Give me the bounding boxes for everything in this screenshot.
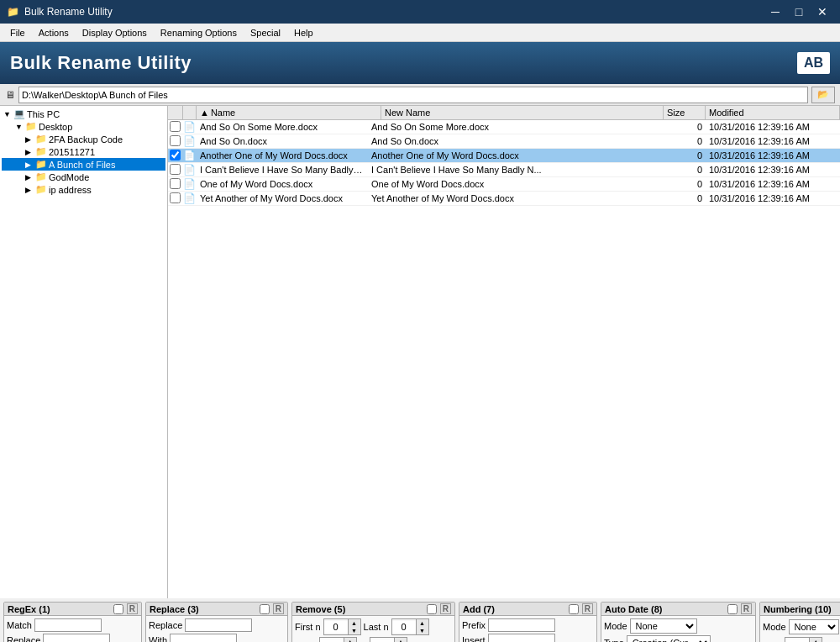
add-checkbox[interactable]	[569, 604, 579, 614]
file-new-name: And So On Some More.docx	[368, 120, 664, 134]
file-check[interactable]	[168, 178, 183, 191]
panel-regex-title: RegEx (1)	[8, 604, 50, 614]
table-row[interactable]: 📄 And So On Some More.docx And So On Som…	[168, 120, 840, 134]
tree-item-ipaddress[interactable]: ▶ 📁 ip address	[2, 183, 165, 196]
remove-to-spin: ▲ ▼	[370, 637, 407, 642]
title-bar: 📁 Bulk Rename Utility ─ □ ✕	[0, 0, 840, 24]
tree-item-2fa[interactable]: ▶ 📁 2FA Backup Code	[2, 133, 165, 145]
menu-help[interactable]: Help	[287, 26, 320, 39]
file-orig-name: And So On Some More.docx	[197, 120, 368, 134]
panel-add-title: Add (7)	[463, 604, 495, 614]
file-orig-name: One of My Word Docs.docx	[197, 177, 368, 191]
remove-lastn-label: Last n	[364, 622, 389, 632]
maximize-button[interactable]: □	[788, 3, 810, 20]
tree-item-desktop[interactable]: ▼ 📁 Desktop	[2, 120, 165, 133]
numbering-mode-row: Mode None at ▲ ▼	[763, 618, 840, 635]
menu-special[interactable]: Special	[244, 26, 287, 39]
remove-lastn-down[interactable]: ▼	[417, 627, 428, 634]
tree-item-godmode[interactable]: ▶ 📁 GodMode	[2, 171, 165, 183]
replace-checkbox[interactable]	[260, 604, 270, 614]
table-row[interactable]: 📄 Another One of My Word Docs.docx Anoth…	[168, 149, 840, 163]
autodate-mode-select[interactable]: None	[630, 618, 697, 634]
menu-actions[interactable]: Actions	[32, 26, 76, 39]
autodate-r-btn[interactable]: R	[741, 603, 752, 614]
regex-checkbox[interactable]	[113, 604, 123, 614]
file-check[interactable]	[168, 150, 183, 162]
file-icon: 📄	[183, 192, 197, 204]
minimize-button[interactable]: ─	[764, 3, 786, 20]
remove-from-spin: ▲ ▼	[319, 637, 357, 642]
tree-label-201511271: 201511271	[49, 147, 95, 157]
tree-item-thispc[interactable]: ▼ 💻 This PC	[2, 108, 165, 120]
panel-regex-header: RegEx (1) R	[4, 603, 141, 616]
remove-firstn-up[interactable]: ▲	[349, 619, 360, 627]
replace-with-input[interactable]	[170, 634, 237, 642]
file-list: ▲ Name New Name Size Modified 📄 And So O…	[168, 106, 840, 598]
file-tree: ▼ 💻 This PC ▼ 📁 Desktop ▶ 📁 2FA Backup C…	[0, 106, 168, 598]
regex-match-input[interactable]	[34, 618, 102, 632]
remove-firstn-down[interactable]: ▼	[349, 627, 360, 634]
browse-button[interactable]: 📂	[811, 87, 835, 103]
panel-regex-controls: R	[113, 603, 138, 614]
regex-r-btn[interactable]: R	[127, 603, 138, 614]
table-row[interactable]: 📄 I Can't Believe I Have So Many Badly N…	[168, 163, 840, 177]
remove-lastn-up[interactable]: ▲	[417, 619, 428, 627]
numbering-start-arrows: ▲ ▼	[809, 638, 822, 642]
autodate-type-select[interactable]: Creation (Cur...	[627, 635, 711, 642]
numbering-start-up[interactable]: ▲	[810, 638, 822, 642]
menu-file[interactable]: File	[3, 26, 32, 39]
panel-numbering-title: Numbering (10)	[764, 604, 832, 614]
table-row[interactable]: 📄 Yet Another of My Word Docs.docx Yet A…	[168, 192, 840, 206]
app-icon: 📁	[7, 6, 19, 18]
regex-match-label: Match	[7, 620, 32, 630]
col-label-new: New Name	[385, 108, 430, 118]
close-button[interactable]: ✕	[811, 3, 833, 20]
numbering-mode-select[interactable]: None	[789, 619, 839, 634]
file-check[interactable]	[168, 135, 183, 148]
app-header: Bulk Rename Utility AB	[0, 42, 840, 84]
file-new-name: And So On.docx	[368, 134, 664, 148]
col-header-size[interactable]: Size	[664, 106, 706, 119]
remove-checkbox[interactable]	[427, 604, 437, 614]
autodate-type-label: Type	[604, 638, 624, 642]
file-list-header: ▲ Name New Name Size Modified	[168, 106, 840, 120]
tree-item-abunchoffiles[interactable]: ▶ 📁 A Bunch of Files	[2, 158, 165, 171]
menu-renaming[interactable]: Renaming Options	[154, 26, 244, 39]
tree-icon-abunchoffiles: 📁	[35, 159, 47, 170]
remove-firstn-input[interactable]	[324, 621, 348, 633]
remove-lastn-input[interactable]	[392, 621, 416, 633]
table-row[interactable]: 📄 And So On.docx And So On.docx 0 10/31/…	[168, 134, 840, 149]
file-check[interactable]	[168, 192, 183, 205]
panel-remove-header: Remove (5) R	[292, 603, 454, 616]
panel-replace: Replace (3) R Replace With Match Case	[145, 602, 288, 642]
col-header-new[interactable]: New Name	[381, 106, 664, 119]
add-insert-input[interactable]	[488, 634, 555, 642]
remove-r-btn[interactable]: R	[440, 603, 451, 614]
col-header-modified[interactable]: Modified	[706, 106, 840, 119]
table-row[interactable]: 📄 One of My Word Docs.docx One of My Wor…	[168, 177, 840, 192]
tree-item-201511271[interactable]: ▶ 📁 201511271	[2, 145, 165, 158]
remove-to-up[interactable]: ▲	[395, 638, 407, 642]
autodate-mode-row: Mode None	[604, 618, 753, 634]
col-header-orig[interactable]: ▲ Name	[197, 106, 381, 119]
file-check[interactable]	[168, 164, 183, 176]
regex-replace-input[interactable]	[43, 634, 110, 642]
file-check[interactable]	[168, 121, 183, 134]
panel-remove-title: Remove (5)	[296, 604, 345, 614]
file-size: 0	[664, 149, 706, 162]
path-input[interactable]	[18, 87, 808, 103]
menu-display[interactable]: Display Options	[76, 26, 154, 39]
file-orig-name: And So On.docx	[197, 134, 368, 148]
replace-r-btn[interactable]: R	[273, 603, 284, 614]
tree-icon-desktop: 📁	[25, 121, 37, 132]
add-prefix-input[interactable]	[488, 618, 555, 632]
panel-add-controls: R	[569, 603, 593, 614]
remove-from-up[interactable]: ▲	[344, 638, 356, 642]
tree-arrow-desktop: ▼	[15, 123, 24, 131]
replace-replace-input[interactable]	[185, 618, 252, 632]
add-r-btn[interactable]: R	[582, 603, 593, 614]
autodate-checkbox[interactable]	[727, 604, 738, 614]
app-logo: AB	[797, 52, 830, 74]
panel-remove-content: First n ▲ ▼ Last n ▲ ▼	[292, 616, 454, 642]
panel-numbering-header: Numbering (10) R	[760, 603, 840, 616]
